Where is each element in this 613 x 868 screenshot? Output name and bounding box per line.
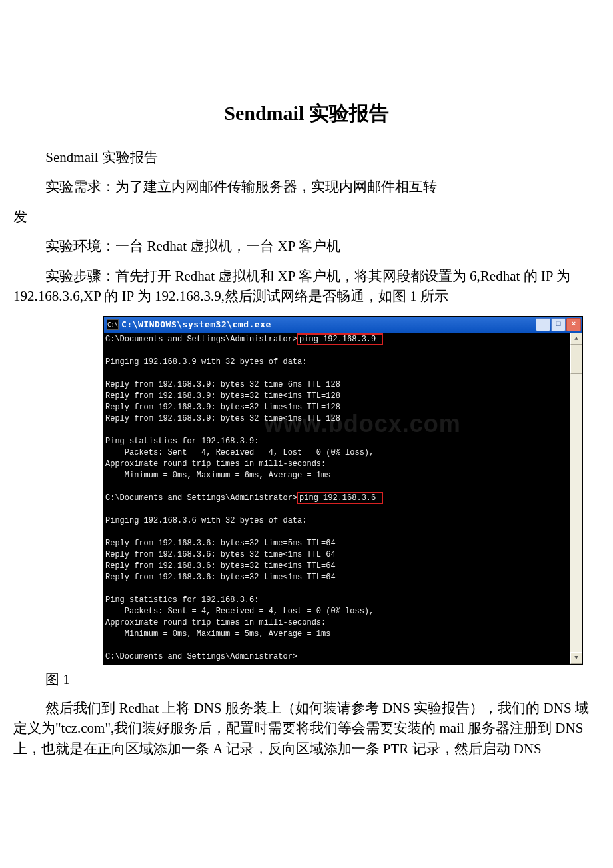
ping2-stats-approx: Approximate round trip times in milli-se…	[105, 618, 326, 627]
ping1-stats-header: Ping statistics for 192.168.3.9:	[105, 437, 259, 446]
paragraph-requirements: 实验需求：为了建立内网邮件传输服务器，实现内网邮件相互转	[13, 177, 600, 197]
paragraph-subtitle: Sendmail 实验报告	[13, 147, 600, 167]
ping-command-2: ping 192.168.3.6	[297, 492, 383, 504]
scrollbar[interactable]: ▲ ▼	[570, 333, 582, 664]
cmd-output: www.bdocx.comC:\Documents and Settings\A…	[104, 333, 570, 664]
ping2-stats-packets: Packets: Sent = 4, Received = 4, Lost = …	[105, 607, 374, 616]
cmd-icon: C:\	[107, 319, 119, 330]
paragraph-environment: 实验环境：一台 Redhat 虚拟机，一台 XP 客户机	[13, 236, 600, 256]
maximize-button[interactable]: □	[551, 318, 566, 331]
paragraph-steps: 实验步骤：首先打开 Redhat 虚拟机和 XP 客户机，将其网段都设置为 6,…	[13, 266, 600, 307]
ping1-stats-approx: Approximate round trip times in milli-se…	[105, 459, 326, 469]
ping1-reply-3: Reply from 192.168.3.9: bytes=32 time<1m…	[105, 403, 340, 412]
scroll-down-button[interactable]: ▼	[570, 652, 582, 664]
prompt-1-pre: C:\Documents and Settings\Administrator>	[105, 335, 297, 344]
prompt-3: C:\Documents and Settings\Administrator>	[105, 652, 297, 661]
close-button[interactable]: ×	[566, 318, 581, 331]
paragraph-requirements-cont: 发	[13, 207, 600, 227]
ping2-reply-2: Reply from 192.168.3.6: bytes=32 time<1m…	[105, 550, 336, 559]
scroll-thumb[interactable]	[570, 345, 582, 374]
page-title: Sendmail 实验报告	[13, 100, 600, 127]
window-title: C:\WINDOWS\system32\cmd.exe	[121, 319, 271, 329]
ping1-stats-minmax: Minimum = 0ms, Maximum = 6ms, Average = …	[105, 471, 330, 480]
window-buttons: _ □ ×	[535, 318, 581, 331]
ping2-reply-3: Reply from 192.168.3.6: bytes=32 time<1m…	[105, 561, 336, 571]
ping2-reply-1: Reply from 192.168.3.6: bytes=32 time=5m…	[105, 539, 336, 548]
paragraph-dns: 然后我们到 Redhat 上将 DNS 服务装上（如何装请参考 DNS 实验报告…	[13, 698, 600, 759]
cmd-window: C:\ C:\WINDOWS\system32\cmd.exe _ □ × ww…	[103, 316, 583, 665]
ping2-stats-minmax: Minimum = 0ms, Maximum = 5ms, Average = …	[105, 629, 330, 639]
ping1-reply-1: Reply from 192.168.3.9: bytes=32 time=6m…	[105, 380, 340, 389]
ping-command-1: ping 192.168.3.9	[297, 333, 383, 345]
scroll-up-button[interactable]: ▲	[570, 333, 582, 345]
ping1-header: Pinging 192.168.3.9 with 32 bytes of dat…	[105, 357, 306, 367]
prompt-2-pre: C:\Documents and Settings\Administrator>	[105, 493, 297, 503]
ping2-reply-4: Reply from 192.168.3.6: bytes=32 time<1m…	[105, 573, 336, 582]
document-page: Sendmail 实验报告 Sendmail 实验报告 实验需求：为了建立内网邮…	[0, 0, 613, 795]
titlebar-left: C:\ C:\WINDOWS\system32\cmd.exe	[107, 319, 271, 330]
ping2-stats-header: Ping statistics for 192.168.3.6:	[105, 595, 259, 605]
ping1-stats-packets: Packets: Sent = 4, Received = 4, Lost = …	[105, 448, 374, 457]
ping1-reply-2: Reply from 192.168.3.9: bytes=32 time<1m…	[105, 391, 340, 401]
titlebar: C:\ C:\WINDOWS\system32\cmd.exe _ □ ×	[104, 317, 582, 333]
ping1-reply-4: Reply from 192.168.3.9: bytes=32 time<1m…	[105, 414, 340, 423]
figure-1-label: 图 1	[13, 670, 600, 689]
scroll-track[interactable]	[570, 345, 582, 652]
minimize-button[interactable]: _	[536, 318, 550, 331]
cmd-body: www.bdocx.comC:\Documents and Settings\A…	[104, 333, 582, 664]
ping2-header: Pinging 192.168.3.6 with 32 bytes of dat…	[105, 516, 306, 525]
